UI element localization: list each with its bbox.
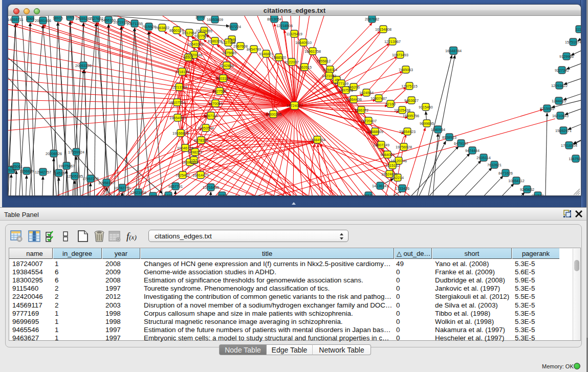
svg-text:98901: 98901	[183, 55, 193, 60]
svg-text:1615132: 1615132	[385, 163, 400, 168]
svg-text:2967608: 2967608	[233, 44, 248, 49]
svg-text:16210643: 16210643	[552, 114, 569, 118]
svg-text:2718176: 2718176	[175, 70, 189, 74]
svg-text:16961758: 16961758	[304, 49, 321, 54]
svg-text:14136141: 14136141	[372, 184, 388, 188]
svg-text:6479197: 6479197	[454, 141, 468, 146]
svg-text:12218506: 12218506	[276, 24, 293, 28]
svg-text:9699695: 9699695	[420, 121, 434, 126]
svg-text:1065: 1065	[66, 16, 74, 19]
svg-text:835061: 835061	[10, 164, 23, 169]
svg-text:7357224: 7357224	[227, 25, 241, 29]
svg-text:9465: 9465	[164, 193, 172, 195]
svg-text:10958167: 10958167	[98, 181, 115, 185]
svg-text:19166825: 19166825	[172, 131, 189, 136]
svg-text:12923468: 12923468	[130, 190, 146, 195]
svg-text:8660124: 8660124	[169, 28, 184, 33]
svg-text:9474444: 9474444	[465, 148, 480, 153]
svg-text:1421072: 1421072	[322, 74, 336, 78]
svg-text:18807249: 18807249	[373, 143, 389, 147]
svg-text:15720407: 15720407	[360, 119, 377, 123]
svg-text:16107554: 16107554	[169, 100, 185, 105]
svg-text:7955812: 7955812	[316, 59, 331, 63]
svg-text:19654965: 19654965	[169, 116, 186, 120]
svg-text:9857791: 9857791	[168, 184, 183, 189]
svg-text:18957: 18957	[217, 193, 227, 195]
svg-text:12942757: 12942757	[35, 170, 51, 174]
svg-text:10671355: 10671355	[126, 21, 143, 26]
svg-text:17975115: 17975115	[401, 84, 417, 89]
svg-text:16914479: 16914479	[192, 173, 209, 178]
svg-text:9245652: 9245652	[520, 187, 534, 192]
svg-text:8813054: 8813054	[267, 17, 281, 21]
svg-text:17957255: 17957255	[82, 177, 99, 181]
svg-text:1156829: 1156829	[19, 169, 33, 173]
svg-text:1244415: 1244415	[552, 99, 566, 103]
svg-text:2803144: 2803144	[216, 76, 230, 81]
svg-text:16640910: 16640910	[295, 40, 312, 45]
svg-text:17359924: 17359924	[68, 150, 84, 155]
svg-text:8122037: 8122037	[285, 60, 299, 64]
svg-text:3875685: 3875685	[222, 51, 236, 55]
svg-text:16782759: 16782759	[114, 186, 130, 190]
svg-text:15751074: 15751074	[565, 40, 581, 45]
svg-text:19975867: 19975867	[58, 164, 75, 168]
svg-text:9794024: 9794024	[323, 68, 337, 72]
svg-text:19384554: 19384554	[309, 138, 325, 142]
svg-text:17016504: 17016504	[561, 143, 577, 148]
svg-text:8454749: 8454749	[247, 47, 261, 52]
svg-text:10654112: 10654112	[508, 179, 524, 183]
svg-text:19654923: 19654923	[399, 129, 416, 134]
svg-text:10025438: 10025438	[394, 108, 410, 113]
svg-text:96579: 96579	[363, 193, 374, 195]
svg-text:8427552: 8427552	[212, 89, 227, 94]
svg-text:9227342: 9227342	[555, 68, 569, 73]
svg-text:15226055: 15226055	[196, 29, 212, 33]
svg-text:9084067: 9084067	[380, 152, 395, 157]
svg-text:16154808: 16154808	[375, 27, 391, 32]
svg-text:7485063: 7485063	[399, 68, 413, 72]
svg-text:1588520: 1588520	[272, 55, 286, 60]
svg-text:9777169: 9777169	[334, 81, 349, 86]
svg-text:12213369: 12213369	[171, 85, 187, 90]
svg-text:1112: 1112	[576, 27, 581, 32]
svg-text:8186328: 8186328	[208, 39, 222, 43]
svg-text:20206526: 20206526	[46, 151, 62, 156]
svg-text:746206: 746206	[347, 85, 360, 90]
svg-text:20691406: 20691406	[35, 18, 51, 23]
svg-text:9146821: 9146821	[259, 52, 273, 56]
svg-text:9327505: 9327505	[194, 34, 209, 38]
svg-text:252214: 252214	[391, 176, 404, 180]
svg-text:16053809: 16053809	[207, 17, 223, 22]
svg-text:20053346: 20053346	[75, 63, 92, 68]
svg-text:8938923: 8938923	[442, 135, 456, 140]
svg-text:18300295: 18300295	[265, 112, 281, 117]
svg-text:12093822: 12093822	[551, 83, 568, 88]
svg-text:11353594: 11353594	[198, 126, 213, 130]
svg-text:10688609: 10688609	[367, 129, 383, 134]
svg-text:62160: 62160	[385, 102, 396, 106]
svg-text:19756928: 19756928	[396, 145, 412, 149]
svg-text:10973493: 10973493	[392, 53, 408, 57]
svg-text:1733426: 1733426	[395, 186, 409, 191]
svg-text:9463627: 9463627	[404, 98, 419, 103]
svg-text:1167533: 1167533	[569, 157, 581, 161]
svg-text:2935114: 2935114	[476, 156, 490, 160]
svg-text:18915: 18915	[53, 16, 63, 20]
svg-text:2087682: 2087682	[365, 17, 379, 21]
svg-text:6498222: 6498222	[188, 150, 202, 155]
svg-text:1362615: 1362615	[297, 65, 312, 70]
svg-text:7886372: 7886372	[354, 108, 368, 113]
svg-text:9129966: 9129966	[559, 54, 574, 59]
svg-text:20707: 20707	[195, 16, 206, 19]
svg-text:16648784: 16648784	[445, 49, 462, 53]
svg-text:924561: 924561	[532, 193, 544, 195]
svg-text:114519: 114519	[53, 171, 64, 176]
svg-text:3170064: 3170064	[208, 101, 223, 106]
svg-text:1624554: 1624554	[359, 91, 374, 95]
svg-text:2069: 2069	[26, 16, 34, 21]
svg-text:18724007: 18724007	[287, 103, 303, 108]
svg-text:15495756: 15495756	[403, 114, 419, 118]
svg-text:13716485: 13716485	[203, 185, 219, 190]
svg-text:9242848: 9242848	[220, 63, 234, 68]
